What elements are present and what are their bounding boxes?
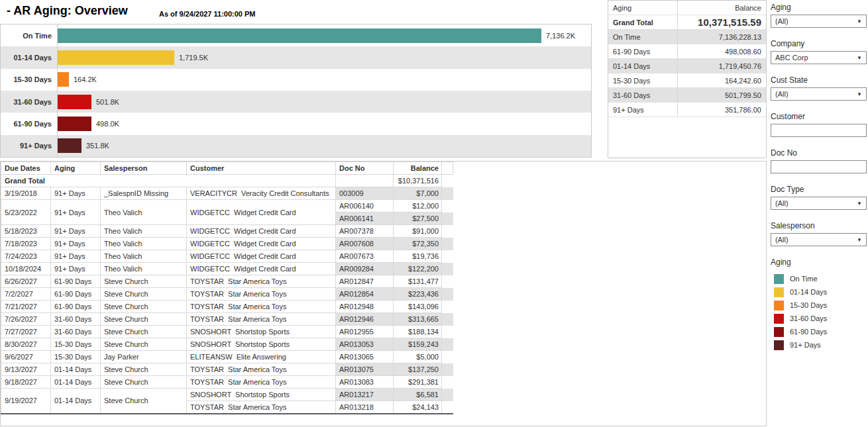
salesperson-cell[interactable]: Steve Church — [101, 301, 187, 313]
customer-cell[interactable]: TOYSTAR Star America Toys — [187, 376, 336, 389]
due-date-cell[interactable]: 9/13/2027 — [1, 363, 51, 376]
due-date-cell[interactable]: 8/30/2027 — [1, 338, 51, 351]
customer-cell[interactable]: WIDGETCC Widget Credit Card — [187, 263, 336, 275]
doc-type-dropdown[interactable]: (All) — [771, 197, 867, 210]
due-date-cell[interactable]: 9/6/2027 — [1, 351, 51, 363]
detail-row[interactable]: 7/27/202731-60 DaysSteve ChurchSNOSHORT … — [1, 326, 453, 338]
doc-no-cell[interactable]: AR013065 — [336, 351, 394, 363]
aging-cell[interactable]: 91+ Days — [51, 187, 101, 200]
customer-cell[interactable]: WIDGETCC Widget Credit Card — [187, 225, 336, 238]
balance-cell[interactable]: $7,000 — [394, 187, 442, 200]
customer-cell[interactable]: TOYSTAR Star America Toys — [187, 401, 336, 414]
bar[interactable] — [58, 117, 91, 131]
doc-no-cell[interactable]: AR013218 — [336, 401, 394, 414]
salesperson-cell[interactable]: Steve Church — [101, 313, 187, 326]
legend-item[interactable]: 31-60 Days — [771, 312, 868, 325]
doc-no-cell[interactable]: AR009284 — [336, 263, 394, 275]
bar[interactable] — [58, 138, 81, 153]
salesperson-dropdown[interactable]: (All) — [771, 233, 867, 246]
detail-row[interactable]: 10/18/202491+ DaysTheo ValichWIDGETCC Wi… — [1, 263, 453, 275]
due-date-cell[interactable]: 7/24/2023 — [1, 250, 51, 263]
balance-cell[interactable]: $159,243 — [394, 338, 442, 351]
salesperson-cell[interactable]: Steve Church — [101, 363, 187, 376]
due-date-cell[interactable]: 3/19/2018 — [1, 187, 51, 200]
aging-cell[interactable]: 61-90 Days — [51, 301, 101, 313]
summary-row[interactable]: 01-14 Days1,719,450.76 — [608, 59, 766, 73]
detail-row[interactable]: 8/30/202715-30 DaysSteve ChurchSNOSHORT … — [1, 338, 453, 351]
due-date-cell[interactable]: 9/19/2027 — [1, 389, 51, 414]
legend-item[interactable]: 15-30 Days — [771, 299, 868, 312]
salesperson-cell[interactable]: Steve Church — [101, 288, 187, 301]
balance-cell[interactable]: $72,350 — [394, 238, 442, 250]
customer-cell[interactable]: SNOSHORT Shortstop Sports — [187, 338, 336, 351]
detail-row[interactable]: 9/19/202701-14 DaysSteve ChurchSNOSHORT … — [1, 389, 453, 401]
detail-row[interactable]: 9/18/202701-14 DaysSteve ChurchTOYSTAR S… — [1, 376, 453, 389]
detail-row[interactable]: 3/19/201891+ Days_SalespnID MissingVERAC… — [1, 187, 453, 200]
aging-cell[interactable]: 31-60 Days — [51, 326, 101, 338]
balance-cell[interactable]: $19,736 — [394, 250, 442, 263]
bar[interactable] — [58, 72, 69, 87]
customer-cell[interactable]: TOYSTAR Star America Toys — [187, 313, 336, 326]
doc-no-cell[interactable]: AR013217 — [336, 389, 394, 401]
legend-item[interactable]: 61-90 Days — [771, 325, 868, 338]
aging-cell[interactable]: 01-14 Days — [51, 376, 101, 389]
legend-item[interactable]: 01-14 Days — [771, 285, 868, 299]
customer-cell[interactable]: WIDGETCC Widget Credit Card — [187, 238, 336, 250]
customer-cell[interactable]: SNOSHORT Shortstop Sports — [187, 326, 336, 338]
balance-cell[interactable]: $188,134 — [394, 326, 442, 338]
salesperson-cell[interactable]: Theo Valich — [101, 200, 187, 225]
detail-row[interactable]: 7/18/202391+ DaysTheo ValichWIDGETCC Wid… — [1, 238, 453, 250]
doc-no-cell[interactable]: AR013083 — [336, 376, 394, 389]
salesperson-cell[interactable]: Jay Parker — [101, 351, 187, 363]
doc-no-cell[interactable]: 003009 — [336, 187, 394, 200]
aging-cell[interactable]: 15-30 Days — [51, 338, 101, 351]
detail-row[interactable]: 5/18/202391+ DaysTheo ValichWIDGETCC Wid… — [1, 225, 453, 238]
legend-item[interactable]: 91+ Days — [771, 338, 868, 352]
due-date-cell[interactable]: 5/23/2022 — [1, 200, 51, 225]
summary-row[interactable]: Grand Total10,371,515.59 — [608, 15, 766, 30]
doc-no-cell[interactable]: AR006140 — [336, 200, 394, 213]
balance-cell[interactable]: $291,381 — [394, 376, 442, 389]
summary-row[interactable]: On Time7,136,228.13 — [608, 30, 766, 44]
doc-no-cell[interactable]: AR012948 — [336, 301, 394, 313]
detail-row[interactable]: 7/26/202731-60 DaysSteve ChurchTOYSTAR S… — [1, 313, 453, 326]
due-date-cell[interactable]: 7/21/2027 — [1, 301, 51, 313]
balance-cell[interactable]: $131,477 — [394, 275, 442, 288]
detail-row[interactable]: 9/13/202701-14 DaysSteve ChurchTOYSTAR S… — [1, 363, 453, 376]
aging-cell[interactable]: 91+ Days — [51, 263, 101, 275]
due-date-cell[interactable]: 9/18/2027 — [1, 376, 51, 389]
cust-state-dropdown[interactable]: (All) — [771, 87, 867, 101]
doc-no-cell[interactable]: AR012847 — [336, 275, 394, 288]
detail-row[interactable]: 7/21/202761-90 DaysSteve ChurchTOYSTAR S… — [1, 301, 453, 313]
aging-cell[interactable]: 61-90 Days — [51, 288, 101, 301]
due-date-cell[interactable]: 5/18/2023 — [1, 225, 51, 238]
doc-no-cell[interactable]: AR012955 — [336, 326, 394, 338]
balance-cell[interactable]: $122,200 — [394, 263, 442, 275]
due-date-cell[interactable]: 7/27/2027 — [1, 326, 51, 338]
salesperson-cell[interactable]: Theo Valich — [101, 225, 187, 238]
doc-no-cell[interactable]: AR007378 — [336, 225, 394, 238]
balance-cell[interactable]: $91,000 — [394, 225, 442, 238]
aging-cell[interactable]: 91+ Days — [51, 200, 101, 225]
balance-cell[interactable]: $24,143 — [394, 401, 442, 414]
doc-no-input[interactable] — [771, 160, 867, 173]
salesperson-cell[interactable]: Steve Church — [101, 326, 187, 338]
salesperson-cell[interactable]: _SalespnID Missing — [101, 187, 187, 200]
legend-item[interactable]: On Time — [771, 272, 868, 285]
salesperson-cell[interactable]: Theo Valich — [101, 250, 187, 263]
detail-row[interactable]: 9/6/202715-30 DaysJay ParkerELITEANSW El… — [1, 351, 453, 363]
customer-cell[interactable]: WIDGETCC Widget Credit Card — [187, 200, 336, 225]
salesperson-cell[interactable]: Theo Valich — [101, 263, 187, 275]
customer-cell[interactable]: ELITEANSW Elite Answering — [187, 351, 336, 363]
customer-cell[interactable]: TOYSTAR Star America Toys — [187, 301, 336, 313]
customer-cell[interactable]: SNOSHORT Shortstop Sports — [187, 389, 336, 401]
aging-cell[interactable]: 31-60 Days — [51, 313, 101, 326]
summary-row[interactable]: 91+ Days351,786.00 — [608, 103, 766, 117]
aging-cell[interactable]: 15-30 Days — [51, 351, 101, 363]
aging-cell[interactable]: 91+ Days — [51, 238, 101, 250]
detail-row[interactable]: 6/26/202761-90 DaysSteve ChurchTOYSTAR S… — [1, 275, 453, 288]
customer-input[interactable] — [771, 124, 867, 137]
customer-cell[interactable]: TOYSTAR Star America Toys — [187, 275, 336, 288]
balance-cell[interactable]: $12,000 — [394, 200, 442, 213]
balance-cell[interactable]: $6,581 — [394, 389, 442, 401]
